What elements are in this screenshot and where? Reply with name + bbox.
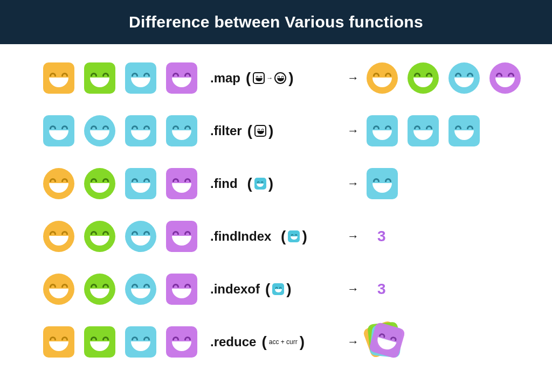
smile-circle-icon xyxy=(84,221,115,252)
smile-square-icon xyxy=(43,62,74,94)
smile-square-icon xyxy=(125,115,156,146)
smile-circle-icon xyxy=(408,62,439,94)
fn-label-filter: .filter ( ) xyxy=(210,122,340,139)
row-map: .map ( → ) → xyxy=(43,59,509,97)
smile-square-icon xyxy=(408,115,439,146)
smile-circle-icon xyxy=(84,274,115,305)
paren-close: ) xyxy=(286,281,291,298)
fn-arg xyxy=(272,283,284,295)
fn-label-find: .find ( ) xyxy=(210,175,340,192)
filter-inputs xyxy=(43,115,210,146)
smile-square-icon xyxy=(125,168,156,199)
mini-square-icon xyxy=(254,125,266,137)
smile-circle-icon xyxy=(43,221,74,252)
arrow-icon: → xyxy=(340,282,367,296)
smile-circle-icon xyxy=(125,274,156,305)
paren-open: ( xyxy=(246,69,251,87)
fn-arg: → xyxy=(253,72,286,84)
fn-name: .find xyxy=(210,176,238,191)
fn-name: .reduce xyxy=(210,334,256,349)
findindex-inputs xyxy=(43,221,210,252)
paren-open: ( xyxy=(247,122,252,139)
row-indexof: .indexof ( ) → 3 xyxy=(43,270,509,308)
indexof-output: 3 xyxy=(367,281,386,298)
smile-circle-icon xyxy=(489,62,521,94)
smile-square-icon xyxy=(125,326,156,358)
arrow-icon: → xyxy=(340,177,367,191)
smile-square-icon xyxy=(166,115,197,146)
arrow-icon: → xyxy=(340,335,367,349)
smile-square-icon xyxy=(125,62,156,94)
mini-square-blue-icon xyxy=(288,230,300,242)
smile-square-icon xyxy=(84,326,115,358)
paren-close: ) xyxy=(268,122,273,139)
smile-square-icon xyxy=(367,168,398,199)
paren-close: ) xyxy=(268,175,273,192)
fn-name: .map xyxy=(210,71,240,86)
mini-square-blue-icon xyxy=(254,178,266,190)
findindex-output: 3 xyxy=(367,228,386,245)
fn-label-indexof: .indexof ( ) xyxy=(210,281,340,298)
fn-name: .indexof xyxy=(210,282,260,297)
map-outputs xyxy=(367,62,521,94)
row-findindex: .findIndex ( ) → 3 xyxy=(43,218,509,255)
arrow-icon: → xyxy=(340,71,367,85)
smile-circle-icon xyxy=(125,221,156,252)
smile-circle-icon xyxy=(84,115,115,146)
smile-square-icon xyxy=(43,326,74,358)
mini-arrow-icon: → xyxy=(266,74,273,82)
find-outputs xyxy=(367,168,398,199)
arrow-icon: → xyxy=(340,229,367,243)
reduce-inputs xyxy=(43,326,210,358)
map-inputs xyxy=(43,62,210,94)
smile-circle-icon xyxy=(43,274,74,305)
smile-square-icon xyxy=(166,62,197,94)
fn-arg xyxy=(288,230,300,242)
smile-square-icon xyxy=(43,115,74,146)
fn-name: .filter xyxy=(210,123,242,138)
fn-label-map: .map ( → ) xyxy=(210,69,340,87)
paren-open: ( xyxy=(261,333,266,351)
paren-close: ) xyxy=(288,69,293,87)
find-inputs xyxy=(43,168,210,199)
smile-circle-icon xyxy=(448,62,480,94)
smile-square-icon xyxy=(166,274,197,305)
paren-open: ( xyxy=(265,281,270,298)
mini-square-icon xyxy=(253,72,265,84)
page-title: Difference between Various functions xyxy=(0,0,552,44)
fn-arg xyxy=(254,178,266,190)
smile-square-icon xyxy=(84,62,115,94)
fn-label-reduce: .reduce ( acc + curr ) xyxy=(210,333,340,351)
fn-arg xyxy=(254,125,266,137)
result-number: 3 xyxy=(367,281,386,298)
smile-square-icon xyxy=(448,115,480,146)
row-reduce: .reduce ( acc + curr ) → xyxy=(43,323,509,361)
smile-square-icon xyxy=(367,115,398,146)
fn-name: .findIndex xyxy=(210,229,271,244)
paren-close: ) xyxy=(302,228,307,245)
smile-circle-icon xyxy=(43,168,74,199)
paren-open: ( xyxy=(277,228,286,245)
row-filter: .filter ( ) → xyxy=(43,112,509,150)
row-find: .find ( ) → xyxy=(43,165,509,202)
reduce-output xyxy=(367,323,404,361)
paren-open: ( xyxy=(243,175,252,192)
filter-outputs xyxy=(367,115,480,146)
stacked-output-icon xyxy=(367,323,404,361)
diagram-body: .map ( → ) → .filter ( xyxy=(0,44,552,361)
smile-square-icon xyxy=(166,168,197,199)
smile-square-icon xyxy=(166,221,197,252)
smile-square-icon xyxy=(166,326,197,358)
mini-circle-icon xyxy=(274,72,286,84)
result-number: 3 xyxy=(367,228,386,245)
indexof-inputs xyxy=(43,274,210,305)
smile-circle-icon xyxy=(367,62,398,94)
smile-circle-icon xyxy=(84,168,115,199)
fn-label-findindex: .findIndex ( ) xyxy=(210,228,340,245)
arrow-icon: → xyxy=(340,124,367,138)
paren-close: ) xyxy=(300,333,305,351)
mini-square-blue-icon xyxy=(272,283,284,295)
fn-arg-text: acc + curr xyxy=(269,338,298,346)
